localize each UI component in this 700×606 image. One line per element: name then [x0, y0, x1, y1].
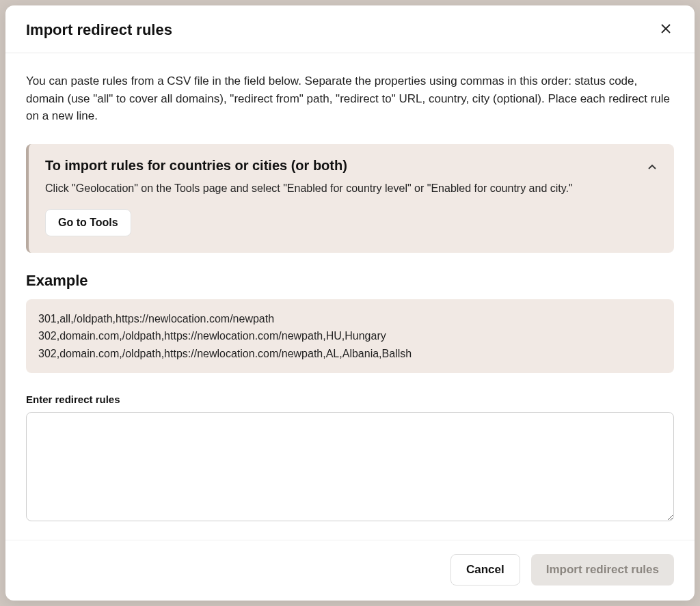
- modal-title: Import redirect rules: [26, 21, 172, 39]
- cancel-button[interactable]: Cancel: [450, 554, 520, 586]
- close-icon: [660, 23, 671, 34]
- example-title: Example: [26, 272, 674, 290]
- modal-footer: Cancel Import redirect rules: [5, 540, 695, 601]
- redirect-rules-input[interactable]: [26, 412, 674, 521]
- import-redirect-rules-button[interactable]: Import redirect rules: [531, 554, 674, 586]
- modal-description: You can paste rules from a CSV file in t…: [26, 72, 674, 125]
- import-redirect-modal: Import redirect rules You can paste rule…: [5, 5, 695, 601]
- textarea-label: Enter redirect rules: [26, 394, 674, 405]
- close-button[interactable]: [658, 20, 674, 39]
- example-block: 301,all,/oldpath,https://newlocation.com…: [26, 299, 674, 374]
- chevron-up-icon: [647, 162, 658, 173]
- collapse-callout-button[interactable]: [647, 158, 658, 176]
- callout-text: Click "Geolocation" on the Tools page an…: [45, 180, 658, 197]
- geolocation-callout: To import rules for countries or cities …: [26, 144, 674, 253]
- modal-body: You can paste rules from a CSV file in t…: [5, 53, 695, 540]
- callout-title: To import rules for countries or cities …: [45, 158, 347, 174]
- go-to-tools-button[interactable]: Go to Tools: [45, 209, 131, 236]
- modal-header: Import redirect rules: [5, 5, 695, 53]
- callout-header: To import rules for countries or cities …: [45, 158, 658, 180]
